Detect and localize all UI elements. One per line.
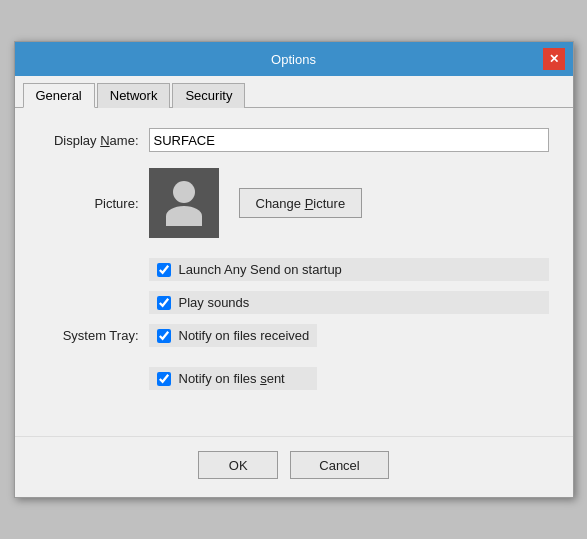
- tab-general[interactable]: General: [23, 83, 95, 108]
- avatar: [149, 168, 219, 238]
- notify-sent-label: Notify on files sent: [179, 371, 285, 386]
- tab-network[interactable]: Network: [97, 83, 171, 108]
- play-sounds-checkbox[interactable]: [157, 296, 171, 310]
- tab-content: Display Name: Picture: Change Picture: [15, 108, 573, 436]
- system-tray-section: System Tray: Notify on files received No…: [39, 324, 549, 400]
- change-picture-button[interactable]: Change Picture: [239, 188, 363, 218]
- close-button[interactable]: ✕: [543, 48, 565, 70]
- launch-startup-checkbox[interactable]: [157, 263, 171, 277]
- dialog-footer: OK Cancel: [15, 436, 573, 497]
- tab-bar: General Network Security: [15, 76, 573, 108]
- notify-received-label: Notify on files received: [179, 328, 310, 343]
- avatar-icon: [166, 181, 202, 226]
- dialog-title: Options: [45, 52, 543, 67]
- play-sounds-row: Play sounds: [149, 291, 549, 314]
- system-tray-checks: Notify on files received Notify on files…: [149, 324, 318, 400]
- play-sounds-label: Play sounds: [179, 295, 250, 310]
- picture-label: Picture:: [39, 196, 149, 211]
- notify-sent-checkbox[interactable]: [157, 372, 171, 386]
- system-tray-label: System Tray:: [39, 324, 149, 343]
- notify-received-row: Notify on files received: [149, 324, 318, 347]
- options-section: Launch Any Send on startup Play sounds: [149, 258, 549, 314]
- picture-row: Picture: Change Picture: [39, 168, 549, 238]
- display-name-input[interactable]: [149, 128, 549, 152]
- display-name-label: Display Name:: [39, 133, 149, 148]
- notify-sent-row: Notify on files sent: [149, 367, 318, 390]
- avatar-body: [166, 206, 202, 226]
- options-dialog: Options ✕ General Network Security Displ…: [14, 41, 574, 498]
- cancel-button[interactable]: Cancel: [290, 451, 388, 479]
- tab-security[interactable]: Security: [172, 83, 245, 108]
- notify-received-checkbox[interactable]: [157, 329, 171, 343]
- launch-startup-label: Launch Any Send on startup: [179, 262, 342, 277]
- ok-button[interactable]: OK: [198, 451, 278, 479]
- launch-startup-row: Launch Any Send on startup: [149, 258, 549, 281]
- avatar-head: [173, 181, 195, 203]
- display-name-row: Display Name:: [39, 128, 549, 152]
- title-bar: Options ✕: [15, 42, 573, 76]
